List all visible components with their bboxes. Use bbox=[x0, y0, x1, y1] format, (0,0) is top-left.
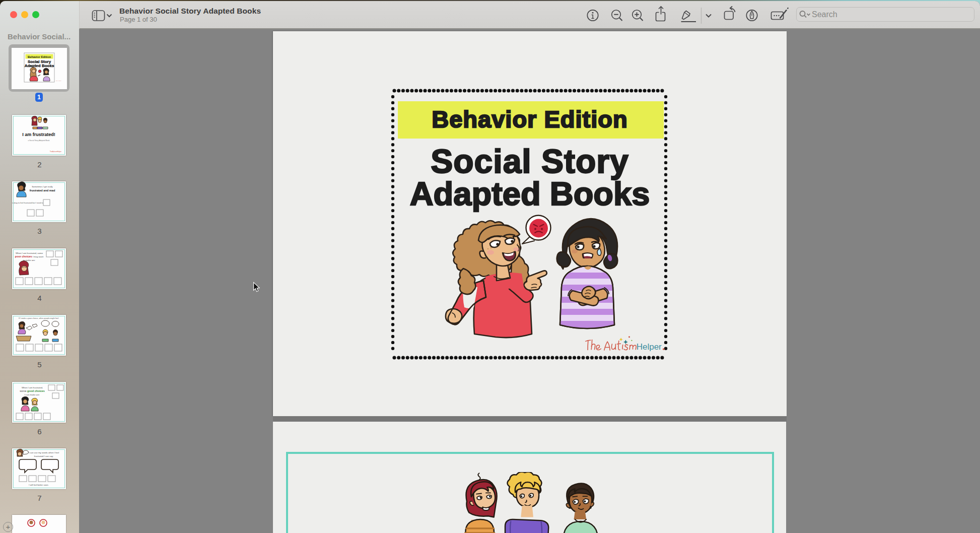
svg-text:Adapted Books: Adapted Books bbox=[25, 63, 54, 68]
svg-text:TheAutism: TheAutism bbox=[56, 80, 61, 81]
svg-text:Sometimes I get really: Sometimes I get really bbox=[32, 185, 53, 188]
svg-text:If I make a poor choice, other: If I make a poor choice, other people mi… bbox=[19, 317, 59, 319]
svg-text:It's okay to feel frustrated b: It's okay to feel frustrated but I need … bbox=[12, 202, 48, 204]
svg-text:a Social Story Adapted Book: a Social Story Adapted Book bbox=[28, 140, 50, 142]
svg-text:frustrated and mad: frustrated and mad bbox=[30, 189, 55, 192]
svg-text:poor choices I may want: poor choices I may want bbox=[15, 255, 44, 258]
svg-text:frustrated I can say:: frustrated I can say: bbox=[34, 455, 54, 457]
svg-text:When I am frustrated,: When I am frustrated, bbox=[22, 386, 43, 389]
svg-text:Behavior Edition: Behavior Edition bbox=[28, 55, 51, 58]
svg-text:TheAutismHelper: TheAutismHelper bbox=[50, 151, 61, 153]
svg-text:some good choices: some good choices bbox=[20, 389, 44, 392]
svg-text:I can make are:: I can make are: bbox=[25, 393, 40, 396]
svg-text:I will feel better soon.: I will feel better soon. bbox=[29, 484, 48, 486]
svg-text:Helper: Helper bbox=[637, 342, 662, 352]
svg-text:I am frustrated!: I am frustrated! bbox=[22, 132, 55, 137]
svg-text:When I am frustrated, some: When I am frustrated, some bbox=[16, 252, 43, 254]
svg-text:I can use my words when I feel: I can use my words when I feel bbox=[29, 451, 59, 454]
